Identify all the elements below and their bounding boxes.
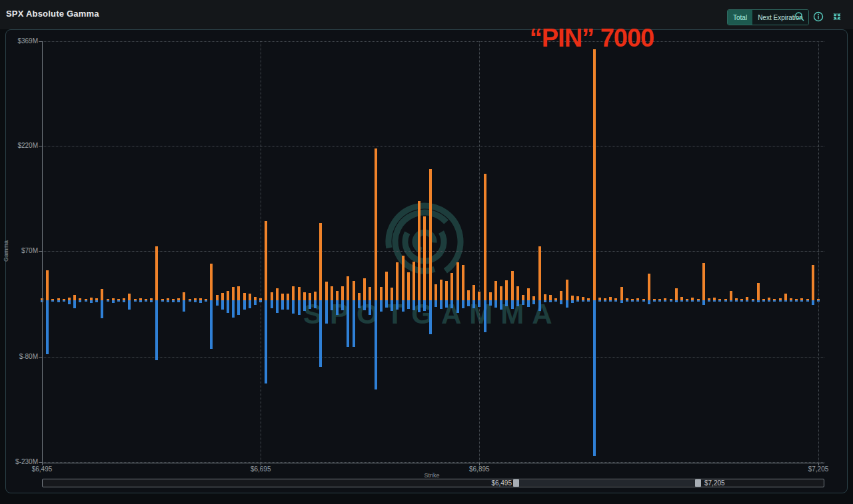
gamma-bar-positive[interactable] bbox=[183, 292, 185, 301]
gamma-bar-positive[interactable] bbox=[730, 291, 732, 301]
gamma-bar-negative[interactable] bbox=[391, 300, 393, 311]
gamma-bar-positive[interactable] bbox=[505, 280, 508, 301]
gamma-bar-negative[interactable] bbox=[375, 300, 377, 389]
gamma-bar-negative[interactable] bbox=[309, 300, 311, 309]
gamma-bar-negative[interactable] bbox=[538, 300, 541, 311]
gamma-bar-negative[interactable] bbox=[817, 300, 820, 302]
gamma-bar-positive[interactable] bbox=[702, 263, 705, 300]
gamma-bar-positive[interactable] bbox=[358, 293, 361, 301]
gamma-bar-positive[interactable] bbox=[407, 272, 410, 300]
gamma-bar-negative[interactable] bbox=[402, 300, 405, 312]
gamma-bar-negative[interactable] bbox=[609, 300, 612, 302]
gamma-bar-positive[interactable] bbox=[620, 287, 623, 300]
gamma-bar-negative[interactable] bbox=[292, 300, 295, 314]
gamma-bar-negative[interactable] bbox=[800, 300, 803, 302]
gamma-bar-positive[interactable] bbox=[287, 294, 289, 301]
gamma-bar-negative[interactable] bbox=[90, 300, 93, 303]
gamma-bar-negative[interactable] bbox=[183, 300, 185, 312]
gamma-bar-negative[interactable] bbox=[68, 300, 71, 304]
gamma-bar-positive[interactable] bbox=[757, 283, 760, 300]
gamma-bar-negative[interactable] bbox=[752, 300, 754, 302]
gamma-bar-negative[interactable] bbox=[341, 300, 344, 310]
gamma-bar-positive[interactable] bbox=[522, 295, 524, 300]
gamma-bar-positive[interactable] bbox=[375, 148, 377, 300]
gamma-bar-negative[interactable] bbox=[527, 300, 530, 307]
gamma-bar-negative[interactable] bbox=[636, 300, 639, 302]
gamma-bar-negative[interactable] bbox=[653, 300, 656, 302]
gamma-bar-negative[interactable] bbox=[194, 300, 197, 302]
gamma-bar-positive[interactable] bbox=[347, 276, 349, 300]
gamma-bar-negative[interactable] bbox=[735, 300, 738, 302]
gamma-bar-positive[interactable] bbox=[46, 270, 49, 300]
gamma-bar-negative[interactable] bbox=[593, 300, 596, 456]
gamma-bar-negative[interactable] bbox=[271, 300, 273, 308]
gamma-bar-negative[interactable] bbox=[298, 300, 301, 315]
gamma-bar-positive[interactable] bbox=[434, 284, 437, 300]
gamma-bar-negative[interactable] bbox=[46, 300, 49, 354]
gamma-bar-positive[interactable] bbox=[494, 281, 497, 301]
gamma-bar-positive[interactable] bbox=[243, 293, 246, 301]
gamma-bar-positive[interactable] bbox=[648, 274, 650, 300]
gamma-bar-positive[interactable] bbox=[319, 223, 322, 300]
gamma-bar-negative[interactable] bbox=[418, 300, 421, 312]
gamma-bar-positive[interactable] bbox=[489, 292, 492, 301]
gamma-bar-negative[interactable] bbox=[500, 300, 502, 310]
gamma-bar-negative[interactable] bbox=[79, 300, 81, 302]
gamma-bar-negative[interactable] bbox=[718, 300, 721, 302]
gamma-bar-negative[interactable] bbox=[505, 300, 508, 306]
gamma-bar-negative[interactable] bbox=[516, 300, 519, 306]
gamma-bar-negative[interactable] bbox=[150, 300, 153, 302]
gamma-bar-positive[interactable] bbox=[128, 294, 131, 301]
gamma-bar-negative[interactable] bbox=[139, 300, 142, 302]
gamma-bar-negative[interactable] bbox=[177, 300, 180, 302]
gamma-bar-positive[interactable] bbox=[298, 287, 301, 300]
gamma-bar-negative[interactable] bbox=[336, 300, 339, 315]
gamma-bar-positive[interactable] bbox=[402, 256, 405, 301]
gamma-bar-negative[interactable] bbox=[237, 300, 240, 315]
gamma-bar-positive[interactable] bbox=[675, 288, 678, 300]
gamma-bar-negative[interactable] bbox=[587, 300, 590, 302]
gamma-bar-negative[interactable] bbox=[243, 300, 246, 310]
gamma-bar-negative[interactable] bbox=[620, 300, 623, 303]
gamma-bar-negative[interactable] bbox=[434, 300, 437, 307]
gamma-bar-negative[interactable] bbox=[145, 300, 147, 302]
gamma-bar-negative[interactable] bbox=[670, 300, 672, 302]
gamma-bar-negative[interactable] bbox=[265, 300, 267, 383]
gamma-bar-negative[interactable] bbox=[494, 300, 497, 308]
gamma-bar-positive[interactable] bbox=[331, 286, 333, 300]
gamma-bar-negative[interactable] bbox=[554, 300, 557, 302]
gamma-bar-negative[interactable] bbox=[407, 300, 410, 309]
gamma-bar-positive[interactable] bbox=[363, 278, 366, 301]
gamma-bar-negative[interactable] bbox=[675, 300, 678, 302]
gamma-bar-negative[interactable] bbox=[773, 300, 776, 302]
gamma-bar-positive[interactable] bbox=[101, 289, 103, 300]
gamma-bar-positive[interactable] bbox=[155, 246, 158, 300]
gamma-bar-negative[interactable] bbox=[740, 300, 743, 302]
gamma-bar-negative[interactable] bbox=[429, 300, 432, 334]
gamma-bar-positive[interactable] bbox=[276, 288, 279, 300]
gamma-bar-positive[interactable] bbox=[467, 290, 470, 301]
gamma-bar-negative[interactable] bbox=[544, 300, 546, 302]
gamma-bar-negative[interactable] bbox=[686, 300, 688, 302]
gamma-bar-negative[interactable] bbox=[287, 300, 289, 310]
gamma-bar-positive[interactable] bbox=[484, 174, 486, 300]
gamma-bar-negative[interactable] bbox=[691, 300, 694, 302]
gamma-bar-negative[interactable] bbox=[227, 300, 229, 313]
gamma-bar-positive[interactable] bbox=[566, 280, 568, 301]
gamma-bar-negative[interactable] bbox=[199, 300, 202, 303]
slider-handle-left[interactable] bbox=[513, 479, 519, 487]
gamma-bar-negative[interactable] bbox=[708, 300, 710, 302]
gamma-bar-negative[interactable] bbox=[560, 300, 562, 304]
gamma-bar-negative[interactable] bbox=[462, 300, 464, 308]
gamma-bar-positive[interactable] bbox=[265, 221, 267, 300]
gamma-bar-negative[interactable] bbox=[664, 300, 666, 302]
gamma-bar-negative[interactable] bbox=[472, 300, 475, 308]
gamma-bar-positive[interactable] bbox=[456, 262, 459, 300]
gamma-bar-positive[interactable] bbox=[544, 294, 546, 301]
gamma-bar-negative[interactable] bbox=[189, 300, 191, 302]
gamma-bar-positive[interactable] bbox=[292, 286, 295, 300]
gamma-bar-positive[interactable] bbox=[216, 295, 219, 300]
gamma-bar-positive[interactable] bbox=[73, 295, 76, 300]
gamma-bar-negative[interactable] bbox=[746, 300, 748, 302]
gamma-bar-positive[interactable] bbox=[341, 286, 344, 300]
